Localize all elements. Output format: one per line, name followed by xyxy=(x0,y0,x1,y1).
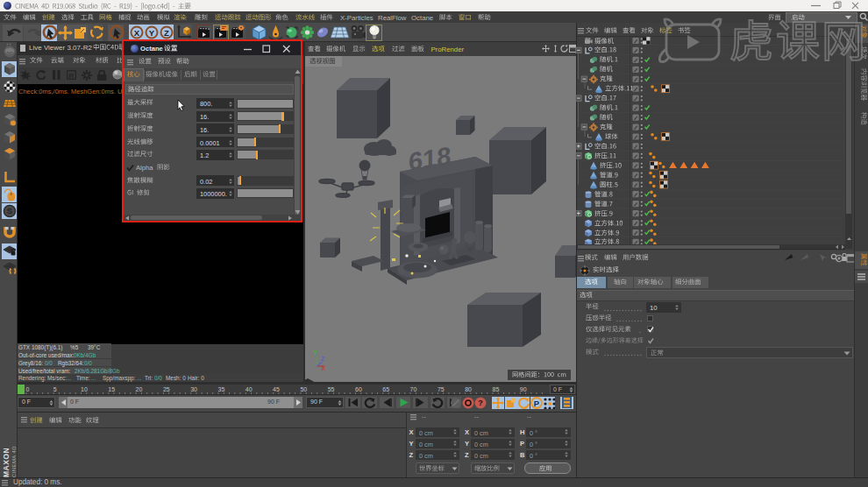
svg-text:R: R xyxy=(69,72,75,80)
